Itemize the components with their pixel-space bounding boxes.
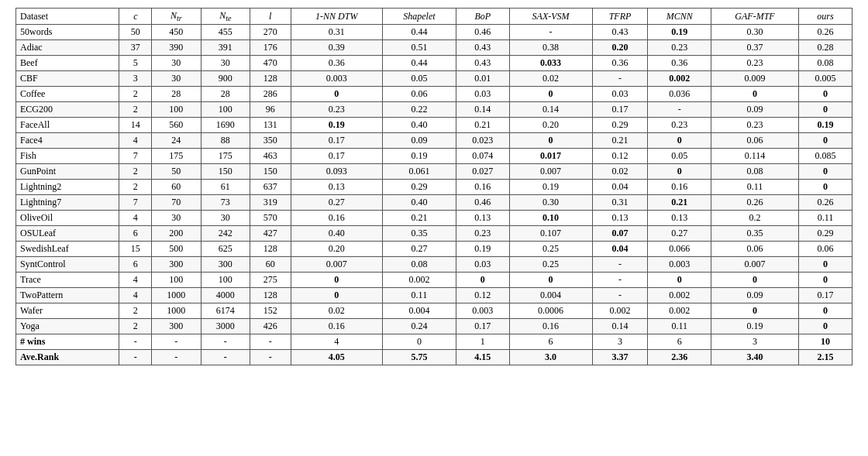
table-cell: Face4 [16,133,119,149]
table-cell: 1000 [152,303,201,319]
wins-cell: - [152,334,201,350]
table-cell: 0.44 [382,25,456,40]
table-cell: 0.09 [382,133,456,149]
wins-cell: 4 [291,334,382,350]
table-cell: 0.08 [382,257,456,273]
table-cell: 0.002 [382,273,456,288]
table-cell: 0 [711,303,799,319]
table-cell: 2 [119,102,152,118]
table-cell: 0.11 [648,319,711,334]
table-cell: 0.02 [592,164,648,180]
table-cell: 0.005 [798,71,852,87]
table-cell: 0.29 [382,180,456,195]
table-cell: 0.11 [382,288,456,303]
table-cell: 0.36 [291,56,382,71]
table-cell: 0.007 [291,257,382,273]
table-cell: 100 [152,102,201,118]
table-cell: 0 [798,87,852,102]
table-cell: 0.09 [711,288,799,303]
table-cell: 0.16 [291,319,382,334]
rank-row: Ave.Rank----4.055.754.153.03.372.363.402… [16,350,852,365]
table-cell: 50 [152,164,201,180]
table-cell: 0.02 [509,71,592,87]
wins-cell: # wins [16,334,119,350]
table-cell: 70 [152,195,201,211]
table-cell: 0.04 [592,180,648,195]
table-cell: 0.19 [711,319,799,334]
table-cell: 30 [152,71,201,87]
table-cell: 0.35 [711,226,799,242]
table-cell: 0.27 [648,226,711,242]
table-cell: 0.06 [711,133,799,149]
table-cell: 0.29 [798,226,852,242]
table-cell: 28 [152,87,201,102]
table-cell: 450 [152,25,201,40]
table-cell: 176 [250,40,291,56]
wins-cell: - [250,334,291,350]
table-cell: Lightning7 [16,195,119,211]
table-cell: 128 [250,288,291,303]
table-cell: 0.007 [509,164,592,180]
table-cell: 0 [456,273,509,288]
table-cell: 0.002 [648,288,711,303]
rank-cell: - [152,350,201,365]
table-cell: 0 [798,319,852,334]
table-cell: Wafer [16,303,119,319]
table-row: CBF3309001280.0030.050.010.02-0.0020.009… [16,71,852,87]
table-cell: 0.20 [592,40,648,56]
table-cell: 14 [119,118,152,133]
table-cell: 300 [201,257,250,273]
table-cell: 5 [119,56,152,71]
table-cell: FaceAll [16,118,119,133]
results-table-wrapper: Dataset c Ntr Nte l 1-NN DTW Shapelet Bo… [16,8,852,365]
table-cell: 0.23 [711,56,799,71]
table-row: 50words504504552700.310.440.46-0.430.190… [16,25,852,40]
table-row: SyntControl6300300600.0070.080.030.25-0.… [16,257,852,273]
table-cell: 0.26 [798,195,852,211]
table-cell: 0 [798,164,852,180]
table-cell: 37 [119,40,152,56]
table-cell: 0.12 [592,149,648,164]
wins-cell: 10 [798,334,852,350]
col-header-ours: ours [798,9,852,25]
table-cell: 0.11 [711,180,799,195]
table-cell: 6174 [201,303,250,319]
table-cell: 0.017 [509,149,592,164]
table-cell: 0.22 [382,102,456,118]
rank-cell: 2.15 [798,350,852,365]
table-cell: 0.29 [592,118,648,133]
table-row: Adiac373903911760.390.510.430.380.200.23… [16,40,852,56]
table-cell: 0.35 [382,226,456,242]
table-cell: 0 [291,273,382,288]
rank-cell: 5.75 [382,350,456,365]
table-cell: 0.23 [648,118,711,133]
table-cell: - [592,288,648,303]
rank-cell: - [250,350,291,365]
table-cell: 60 [152,180,201,195]
table-cell: 3 [119,71,152,87]
table-cell: 0.05 [382,71,456,87]
table-cell: 0.114 [711,149,799,164]
table-cell: 100 [201,102,250,118]
wins-cell: 1 [456,334,509,350]
table-cell: 0.20 [509,118,592,133]
table-cell: 6 [119,257,152,273]
table-cell: 0.36 [592,56,648,71]
table-cell: 0.04 [592,242,648,257]
table-cell: 0.009 [711,71,799,87]
table-cell: Coffee [16,87,119,102]
table-cell: 0.17 [291,133,382,149]
table-cell: 275 [250,273,291,288]
table-row: TwoPattern41000400012800.110.120.004-0.0… [16,288,852,303]
table-row: Lightning2260616370.130.290.160.190.040.… [16,180,852,195]
table-cell: 286 [250,87,291,102]
table-cell: 0.13 [648,211,711,226]
table-cell: 0.14 [456,102,509,118]
table-cell: 0.28 [798,40,852,56]
table-cell: 0.093 [291,164,382,180]
table-cell: 0.25 [509,257,592,273]
table-cell: 0.36 [648,56,711,71]
table-cell: 0.003 [456,303,509,319]
table-cell: 2 [119,87,152,102]
table-cell: 560 [152,118,201,133]
